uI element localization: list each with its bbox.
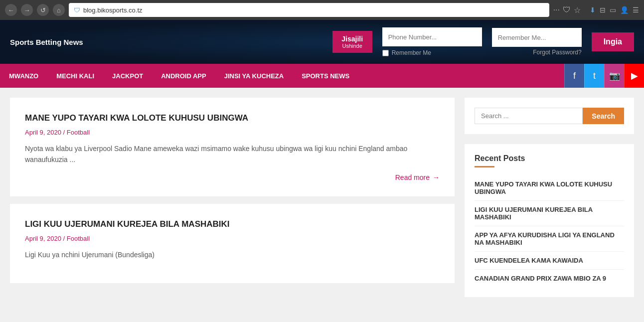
arrow-right-icon: → xyxy=(433,173,440,181)
recent-post-0[interactable]: MANE YUPO TAYARI KWA LOLOTE KUHUSU UBING… xyxy=(475,175,624,201)
post-card-2: LIGI KUU UJERUMANI KUREJEA BILA MASHABIK… xyxy=(10,204,455,283)
download-icon[interactable]: ⬇ xyxy=(590,6,596,14)
phone-input[interactable] xyxy=(382,27,482,46)
recent-post-1[interactable]: LIGI KUU UJERUMANI KUREJEA BILA MASHABIK… xyxy=(475,201,624,226)
address-bar[interactable]: 🛡 blog.bikosports.co.tz xyxy=(69,3,549,17)
search-button[interactable]: Search xyxy=(583,108,624,124)
post-card-1: MANE YUPO TAYARI KWA LOLOTE KUHUSU UBING… xyxy=(10,98,455,196)
forgot-password-link[interactable]: Forgot Password? xyxy=(492,49,582,56)
nav-jinsi-ya-kucheza[interactable]: JINSI YA KUCHEZA xyxy=(215,65,293,87)
forward-button[interactable]: → xyxy=(21,4,33,16)
more-icon[interactable]: ··· xyxy=(553,5,560,15)
browser-chrome: ← → ↺ ⌂ 🛡 blog.bikosports.co.tz ··· 🛡 ☆ … xyxy=(0,0,644,20)
recent-post-2[interactable]: APP YA AFYA KURUDISHA LIGI YA ENGLAND NA… xyxy=(475,226,624,252)
youtube-icon[interactable]: ▶ xyxy=(624,64,644,88)
menu-icon[interactable]: ☰ xyxy=(633,6,639,14)
remember-checkbox[interactable] xyxy=(382,50,389,56)
back-button[interactable]: ← xyxy=(5,4,17,16)
reload-button[interactable]: ↺ xyxy=(37,4,49,16)
star-icon[interactable]: ☆ xyxy=(574,5,581,15)
post-1-title: MANE YUPO TAYARI KWA LOLOTE KUHUSU UBING… xyxy=(25,113,440,124)
nav-jackpot[interactable]: JACKPOT xyxy=(103,65,152,87)
pocket-icon[interactable]: 🛡 xyxy=(563,5,571,15)
post-1-meta: April 9, 2020 / Football xyxy=(25,129,440,136)
nav-sports-news[interactable]: SPORTS NEWS xyxy=(293,65,358,87)
post-2-meta: April 9, 2020 / Football xyxy=(25,235,440,242)
sidebar-icon[interactable]: ▭ xyxy=(610,6,616,14)
search-input[interactable] xyxy=(475,108,583,124)
recent-posts-card: Recent Posts MANE YUPO TAYARI KWA LOLOTE… xyxy=(465,144,634,297)
twitter-icon[interactable]: t xyxy=(584,64,604,88)
main-content: MANE YUPO TAYARI KWA LOLOTE KUHUSU UBING… xyxy=(0,88,644,307)
recent-post-3[interactable]: UFC KUENDELEA KAMA KAWAIDA xyxy=(475,252,624,270)
remember-label: Remember Me xyxy=(392,49,431,56)
post-2-title: LIGI KUU UJERUMANI KUREJEA BILA MASHABIK… xyxy=(25,219,440,230)
site-title: Sports Betting News xyxy=(10,38,83,46)
jisajili-sublabel: Ushinde xyxy=(340,43,364,49)
shield-icon: 🛡 xyxy=(74,6,80,14)
search-box: Search xyxy=(465,98,634,134)
remember-row: Remember Me xyxy=(382,49,482,56)
browser-right-icons: ⬇ ⊟ ▭ 👤 ☰ xyxy=(590,6,639,14)
read-more-1-label: Read more xyxy=(395,173,430,181)
nav-mechi-kali[interactable]: MECHI KALI xyxy=(47,65,103,87)
ingia-button[interactable]: Ingia xyxy=(592,32,634,51)
recent-posts-title: Recent Posts xyxy=(475,154,624,163)
nav-mwanzo[interactable]: MWANZO xyxy=(0,65,47,87)
site-header: Sports Betting News Jisajili Ushinde Rem… xyxy=(0,20,644,64)
profile-icon[interactable]: 👤 xyxy=(620,6,629,14)
browser-toolbar: ··· 🛡 ☆ xyxy=(553,5,581,15)
post-1-excerpt: Nyota wa klabu ya Liverpool Sadio Mane a… xyxy=(25,143,440,165)
sidebar: Search Recent Posts MANE YUPO TAYARI KWA… xyxy=(465,98,634,297)
url-text: blog.bikosports.co.tz xyxy=(83,6,143,14)
nav-android-app[interactable]: ANDROID APP xyxy=(152,65,215,87)
password-input[interactable] xyxy=(492,28,582,47)
jisajili-button[interactable]: Jisajili Ushinde xyxy=(332,31,372,53)
social-icons: f t 📷 ▶ xyxy=(564,64,644,88)
jisajili-label: Jisajili xyxy=(340,35,364,43)
post-2-excerpt: Ligi Kuu ya nchini Ujerumani (Bundesliga… xyxy=(25,249,440,260)
read-more-1[interactable]: Read more → xyxy=(395,173,440,181)
login-section: Remember Me xyxy=(382,27,482,56)
instagram-icon[interactable]: 📷 xyxy=(604,64,624,88)
navigation-bar: MWANZO MECHI KALI JACKPOT ANDROID APP JI… xyxy=(0,64,644,88)
library-icon[interactable]: ⊟ xyxy=(600,6,606,14)
recent-post-4[interactable]: CANADIAN GRAND PRIX ZAWA MBIO ZA 9 xyxy=(475,270,624,287)
posts-column: MANE YUPO TAYARI KWA LOLOTE KUHUSU UBING… xyxy=(10,98,455,297)
password-section: Forgot Password? xyxy=(492,28,582,56)
home-button[interactable]: ⌂ xyxy=(53,4,65,16)
recent-posts-underline xyxy=(475,166,494,167)
facebook-icon[interactable]: f xyxy=(564,64,584,88)
